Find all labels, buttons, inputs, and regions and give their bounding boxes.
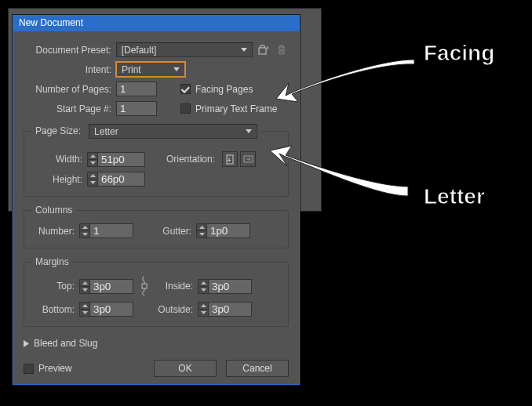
- facing-pages-label: Facing Pages: [195, 84, 253, 95]
- columns-number-input[interactable]: [90, 223, 133, 238]
- height-stepper[interactable]: [87, 172, 145, 187]
- document-preset-label: Document Preset:: [24, 45, 116, 56]
- cancel-button[interactable]: Cancel: [226, 360, 289, 377]
- stepper-down-icon[interactable]: [88, 179, 97, 186]
- stepper-up-icon[interactable]: [80, 224, 89, 230]
- stepper-down-icon[interactable]: [199, 309, 208, 316]
- margin-top-input[interactable]: [90, 279, 133, 294]
- margin-top-label: Top:: [32, 281, 79, 292]
- columns-number-label: Number:: [32, 226, 79, 237]
- delete-preset-icon[interactable]: [275, 43, 289, 57]
- page-size-label: Page Size:: [35, 125, 81, 136]
- margin-inside-stepper[interactable]: [198, 279, 252, 294]
- checkbox-icon: [180, 103, 191, 114]
- stepper-down-icon[interactable]: [80, 230, 89, 237]
- start-page-label: Start Page #:: [24, 103, 116, 114]
- number-of-pages-label: Number of Pages:: [24, 84, 116, 95]
- margins-group: Margins Top: Inside:: [24, 256, 289, 327]
- page-size-group: Page Size: Letter Width: Orientation:: [24, 124, 289, 197]
- orientation-landscape-button[interactable]: [240, 151, 256, 167]
- intent-label: Intent:: [24, 64, 116, 75]
- orientation-portrait-button[interactable]: [222, 151, 238, 167]
- margin-top-stepper[interactable]: [79, 279, 133, 294]
- new-document-dialog: New Document Document Preset: [Default]: [12, 14, 301, 386]
- facing-pages-checkbox[interactable]: Facing Pages: [180, 84, 253, 95]
- stepper-down-icon[interactable]: [197, 230, 206, 237]
- stepper-down-icon[interactable]: [88, 159, 97, 166]
- stepper-up-icon[interactable]: [80, 280, 89, 286]
- stepper-up-icon[interactable]: [80, 303, 89, 309]
- gutter-label: Gutter:: [133, 226, 196, 237]
- checkbox-icon: [24, 364, 34, 374]
- ok-button[interactable]: OK: [154, 360, 217, 377]
- preview-label: Preview: [38, 363, 72, 374]
- primary-text-frame-checkbox[interactable]: Primary Text Frame: [180, 103, 277, 114]
- svg-rect-0: [259, 48, 266, 54]
- margins-legend: Margins: [32, 256, 72, 267]
- document-preset-select[interactable]: [Default]: [116, 42, 253, 57]
- margin-outside-stepper[interactable]: [198, 302, 252, 317]
- bleed-and-slug-disclosure[interactable]: Bleed and Slug: [24, 338, 289, 349]
- gutter-stepper[interactable]: [196, 223, 250, 238]
- number-of-pages-input[interactable]: [116, 82, 157, 96]
- width-label: Width:: [32, 154, 87, 165]
- margin-inside-input[interactable]: [209, 279, 252, 294]
- chevron-right-icon: [24, 340, 29, 347]
- columns-group: Columns Number: Gutter:: [24, 205, 289, 248]
- titlebar[interactable]: New Document: [13, 15, 300, 31]
- margin-bottom-label: Bottom:: [32, 304, 79, 315]
- annotation-letter: Letter: [424, 184, 485, 209]
- gutter-input[interactable]: [207, 223, 250, 238]
- margin-outside-label: Outside:: [155, 304, 198, 315]
- stepper-down-icon[interactable]: [80, 286, 89, 293]
- stepper-down-icon[interactable]: [80, 309, 89, 316]
- margin-bottom-input[interactable]: [90, 302, 133, 317]
- intent-select[interactable]: Print: [116, 62, 185, 77]
- save-preset-icon[interactable]: [257, 43, 271, 57]
- stepper-up-icon[interactable]: [88, 153, 97, 159]
- chevron-down-icon: [239, 45, 250, 56]
- width-input[interactable]: [98, 152, 145, 167]
- preview-checkbox[interactable]: Preview: [24, 363, 72, 374]
- stepper-down-icon[interactable]: [199, 286, 208, 293]
- svg-rect-3: [142, 284, 147, 288]
- checkbox-icon: [180, 84, 191, 94]
- columns-legend: Columns: [32, 205, 75, 216]
- document-preset-value: [Default]: [122, 45, 157, 56]
- height-label: Height:: [32, 174, 87, 185]
- intent-value: Print: [122, 64, 141, 75]
- margin-bottom-stepper[interactable]: [79, 302, 133, 317]
- height-input[interactable]: [98, 172, 145, 187]
- stepper-up-icon[interactable]: [199, 280, 208, 286]
- annotation-facing: Facing: [424, 41, 494, 66]
- stepper-up-icon[interactable]: [199, 303, 208, 309]
- orientation-label: Orientation:: [145, 154, 220, 165]
- dialog-title: New Document: [19, 17, 83, 28]
- stepper-up-icon[interactable]: [88, 172, 97, 179]
- chevron-down-icon: [243, 126, 254, 137]
- page-size-value: Letter: [94, 126, 118, 137]
- width-stepper[interactable]: [87, 152, 145, 167]
- start-page-input[interactable]: [116, 101, 157, 116]
- margin-inside-label: Inside:: [155, 281, 198, 292]
- bleed-and-slug-label: Bleed and Slug: [34, 338, 97, 349]
- chevron-down-icon: [171, 64, 182, 75]
- columns-number-stepper[interactable]: [79, 223, 133, 238]
- svg-rect-1: [227, 155, 233, 164]
- margin-outside-input[interactable]: [209, 302, 252, 317]
- stepper-up-icon[interactable]: [197, 224, 206, 230]
- page-size-select[interactable]: Letter: [89, 124, 257, 139]
- primary-text-frame-label: Primary Text Frame: [195, 103, 277, 114]
- link-margins-icon[interactable]: [138, 275, 151, 297]
